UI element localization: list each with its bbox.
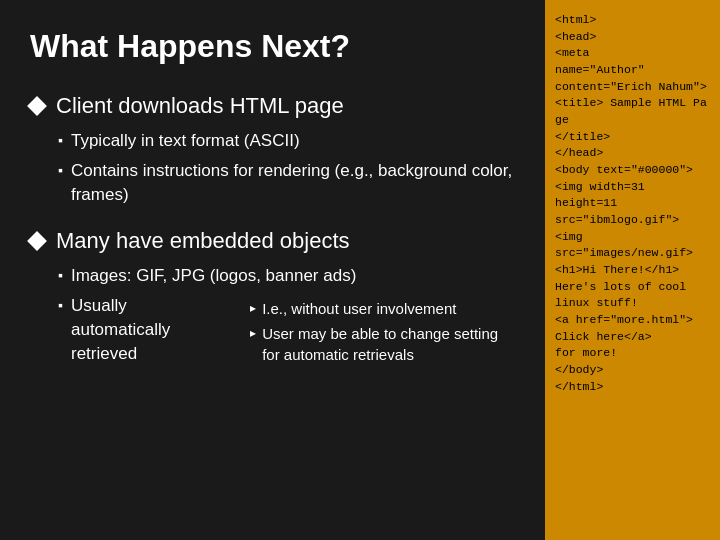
- code-line: src="ibmlogo.gif">: [555, 212, 710, 229]
- slide: What Happens Next? Client downloads HTML…: [0, 0, 720, 540]
- code-line: name="Author": [555, 62, 710, 79]
- code-line: <body text="#00000">: [555, 162, 710, 179]
- code-panel: <html><head><metaname="Author"content="E…: [545, 0, 720, 540]
- code-line: src="images/new.gif>: [555, 245, 710, 262]
- list-item: I.e., without user involvement: [250, 298, 515, 319]
- section-client: Client downloads HTML page Typically in …: [30, 93, 515, 206]
- code-line: </body>: [555, 362, 710, 379]
- list-item: Contains instructions for rendering (e.g…: [58, 159, 515, 207]
- list-item: Usually automatically retrieved I.e., wi…: [58, 294, 515, 369]
- code-line: <html>: [555, 12, 710, 29]
- code-line: </title>: [555, 129, 710, 146]
- code-line: content="Erich Nahum">: [555, 79, 710, 96]
- section1-heading: Client downloads HTML page: [30, 93, 515, 119]
- list-item: Images: GIF, JPG (logos, banner ads): [58, 264, 515, 288]
- list-item: User may be able to change setting for a…: [250, 323, 515, 365]
- code-line: height=11: [555, 195, 710, 212]
- code-line: <head>: [555, 29, 710, 46]
- section2-heading: Many have embedded objects: [30, 228, 515, 254]
- code-line: for more!: [555, 345, 710, 362]
- code-line: Here's lots of cool: [555, 279, 710, 296]
- code-line: </html>: [555, 379, 710, 396]
- code-line: <h1>Hi There!</h1>: [555, 262, 710, 279]
- code-line: <meta: [555, 45, 710, 62]
- code-line: <img: [555, 229, 710, 246]
- code-line: </head>: [555, 145, 710, 162]
- main-content: What Happens Next? Client downloads HTML…: [0, 0, 545, 540]
- diamond-icon: [27, 231, 47, 251]
- code-line: <a href="more.html">: [555, 312, 710, 329]
- slide-title: What Happens Next?: [30, 28, 515, 65]
- section1-bullets: Typically in text format (ASCII) Contain…: [58, 129, 515, 206]
- code-line: linux stuff!: [555, 295, 710, 312]
- code-line: <title> Sample HTML Page: [555, 95, 710, 128]
- code-line: <img width=31: [555, 179, 710, 196]
- sub-bullet-list: I.e., without user involvement User may …: [250, 298, 515, 369]
- section2-bullets: Images: GIF, JPG (logos, banner ads) Usu…: [58, 264, 515, 369]
- section-many: Many have embedded objects Images: GIF, …: [30, 228, 515, 369]
- list-item: Typically in text format (ASCII): [58, 129, 515, 153]
- diamond-icon: [27, 96, 47, 116]
- code-line: Click here</a>: [555, 329, 710, 346]
